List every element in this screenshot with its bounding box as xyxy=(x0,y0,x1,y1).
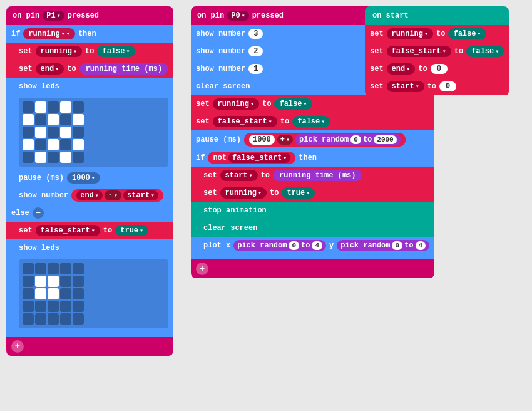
running-time-bubble: running time (ms) xyxy=(79,63,168,75)
false-start-dd-mid[interactable]: false_start ▾ xyxy=(213,116,277,127)
add-block-btn-left[interactable]: + xyxy=(11,340,24,353)
to-running-mid: to xyxy=(262,100,271,108)
right-block: on start set running ▾ to false ▾ set fa… xyxy=(365,6,509,95)
add-block-btn-mid[interactable]: + xyxy=(196,263,208,275)
rand-0: 0 xyxy=(350,135,361,144)
zero-1: 0 xyxy=(431,64,448,74)
set-r-2: set xyxy=(370,47,384,56)
clear-screen-1: clear screen xyxy=(196,82,250,91)
false-dd-r-1[interactable]: false ▾ xyxy=(448,28,486,39)
pick-random-y: pick random 0 to 4 xyxy=(337,240,429,251)
to-label-2: to xyxy=(67,65,76,73)
false-dd-mid-2[interactable]: false ▾ xyxy=(292,116,330,127)
math-bubble: end ▾ - ▾ start ▾ xyxy=(71,189,163,202)
plus-dd[interactable]: + ▾ xyxy=(277,135,293,145)
led-grid-1 xyxy=(19,98,168,167)
num-2: 2 xyxy=(248,46,263,56)
set-running-mid-2: set xyxy=(203,189,217,197)
show-number-1: show number xyxy=(196,65,245,73)
set-r-3: set xyxy=(370,65,384,73)
plot-x-label: plot x xyxy=(203,241,230,250)
show-leds-label-2: show leds xyxy=(19,244,59,252)
running-dd-mid-2[interactable]: running ▾ xyxy=(220,187,267,199)
pause-dropdown[interactable]: 1000 ▾ xyxy=(67,172,100,184)
else-label: else xyxy=(11,209,29,217)
pick-random-x: pick random 0 to 4 xyxy=(233,240,326,251)
num-3: 3 xyxy=(248,29,263,39)
false-start-dd[interactable]: false_start ▾ xyxy=(36,225,100,236)
to-r-4: to xyxy=(427,82,436,91)
to-r-2: to xyxy=(454,47,463,56)
pin-dropdown-mid[interactable]: P0 ▾ xyxy=(227,11,248,21)
to-start-mid: to xyxy=(261,171,270,180)
running-dd-r[interactable]: running ▾ xyxy=(387,28,433,39)
running-dd-1[interactable]: running ▾ xyxy=(36,46,82,57)
then-mid: then xyxy=(299,153,317,162)
pick-random-1: pick random 0 to 2000 xyxy=(295,134,401,145)
if-mid: if xyxy=(196,153,205,162)
set-fs-mid: set xyxy=(196,117,210,126)
true-dd-mid[interactable]: true ▾ xyxy=(282,187,315,199)
set-running-mid: set xyxy=(196,100,210,108)
to-label-3: to xyxy=(103,226,112,235)
stop-animation: stop animation xyxy=(203,206,267,215)
end-dd-r[interactable]: end ▾ xyxy=(387,63,416,75)
minus-dd[interactable]: - ▾ xyxy=(105,190,121,200)
show-number-2: show number xyxy=(196,47,245,56)
false-dd-1[interactable]: false ▾ xyxy=(97,46,135,57)
running-time-mid: running time (ms) xyxy=(273,170,362,181)
set-r-1: set xyxy=(370,29,384,38)
false-dd-mid[interactable]: false ▾ xyxy=(274,98,312,110)
to-r-1: to xyxy=(436,29,445,38)
num-1: 1 xyxy=(248,64,263,74)
on-start-label: on start xyxy=(372,11,409,20)
show-leds-label-1: show leds xyxy=(19,82,59,91)
true-dd[interactable]: true ▾ xyxy=(115,225,148,236)
running-dd-mid[interactable]: running ▾ xyxy=(213,98,259,110)
to-label-1: to xyxy=(85,47,94,56)
pressed-label-mid: pressed xyxy=(252,11,284,20)
pause-expr: 1000 + ▾ pick random 0 to 2000 xyxy=(244,133,406,147)
left-block: on pin P1 pressed if running ▾ then set … xyxy=(6,6,173,356)
then-label: then xyxy=(78,29,96,38)
false-start-dd-r[interactable]: false_start ▾ xyxy=(387,46,451,57)
start-dd-mid[interactable]: start ▾ xyxy=(220,170,258,181)
pause-label-1: pause (ms) xyxy=(19,174,64,182)
set-r-4: set xyxy=(370,82,384,91)
set-label-2: set xyxy=(19,65,33,73)
pause-1000: 1000 xyxy=(249,135,275,145)
to-fs-mid: to xyxy=(280,117,289,126)
start-dd[interactable]: start ▾ xyxy=(123,190,158,200)
if-label: if xyxy=(11,29,20,38)
pressed-label: pressed xyxy=(68,11,99,20)
to-true-mid: to xyxy=(270,189,279,197)
set-start-mid: set xyxy=(203,171,217,180)
minus-btn[interactable]: − xyxy=(33,207,44,219)
running-dropdown[interactable]: running ▾ xyxy=(23,28,74,39)
hat-label: on pin xyxy=(13,11,39,20)
zero-2: 0 xyxy=(439,81,456,91)
led-grid-2 xyxy=(19,259,168,328)
false-dd-r-2[interactable]: false ▾ xyxy=(466,46,504,57)
not-false-start: not false_start ▾ xyxy=(208,152,295,164)
end-dd-2[interactable]: end ▾ xyxy=(76,190,103,200)
to-r-3: to xyxy=(418,65,427,73)
start-dd-r[interactable]: start ▾ xyxy=(387,81,424,92)
set-label-3: set xyxy=(19,226,33,235)
end-dd[interactable]: end ▾ xyxy=(36,63,64,75)
y-label: y xyxy=(329,241,334,250)
pause-mid: pause (ms) xyxy=(196,135,241,144)
hat-label-mid: on pin xyxy=(197,11,224,20)
pin-dropdown[interactable]: P1 xyxy=(43,11,64,21)
show-number-label: show number xyxy=(19,191,68,200)
show-number-3: show number xyxy=(196,29,245,38)
set-label-1: set xyxy=(19,47,33,56)
rand-2000: 2000 xyxy=(374,135,396,144)
clear-screen-2: clear screen xyxy=(203,224,257,232)
false-start-dd-mid-2[interactable]: false_start ▾ xyxy=(228,153,290,163)
